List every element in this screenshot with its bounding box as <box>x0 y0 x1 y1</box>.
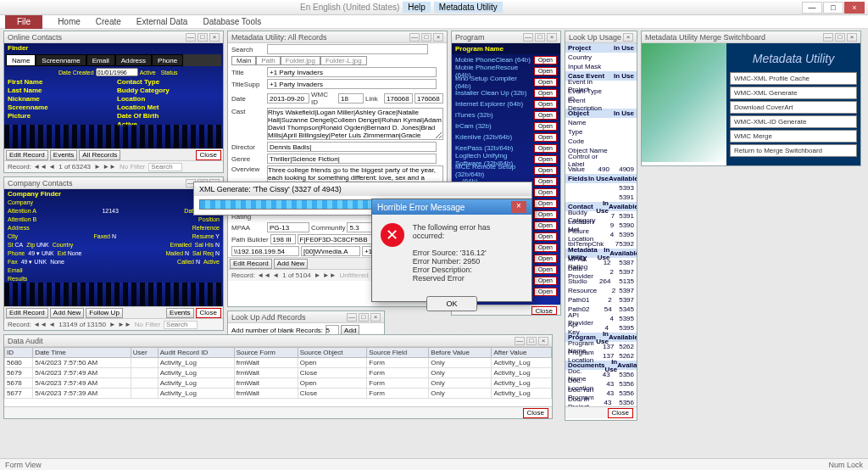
tab-email[interactable]: Email <box>86 54 115 66</box>
pane-max-icon[interactable]: □ <box>198 33 208 42</box>
search-input[interactable] <box>164 321 198 329</box>
open-button[interactable]: Open <box>534 210 557 219</box>
swb-btn-1[interactable]: WMC-XML Generate <box>730 87 857 99</box>
table-row[interactable]: 56795/4/2023 7:57:49 AMActivity_LogfrmWa… <box>5 368 552 378</box>
program-name: MCE Remote Setup (32b/64b) <box>455 163 534 178</box>
open-button[interactable]: Open <box>534 133 557 142</box>
tab-screenname[interactable]: Screenname <box>36 54 86 66</box>
open-button[interactable]: Open <box>534 78 557 87</box>
program-name: iTunes (32b) <box>455 111 493 119</box>
edit-record-button[interactable]: Edit Record <box>6 150 48 160</box>
open-button[interactable]: Open <box>534 111 557 120</box>
ribbon-tab-external[interactable]: External Data <box>136 17 188 26</box>
open-button[interactable]: Open <box>534 155 557 164</box>
title-app: Metadata Utility <box>434 2 503 13</box>
tab-phone[interactable]: Phone <box>152 54 183 66</box>
cast-input[interactable] <box>267 108 443 140</box>
table-row[interactable]: 56805/4/2023 7:57:50 AMActivity_LogfrmWa… <box>5 358 552 368</box>
follow-up-button[interactable]: Follow Up <box>86 308 123 318</box>
all-records-button[interactable]: All Records <box>79 150 120 160</box>
pane-close-icon[interactable]: × <box>209 33 220 42</box>
tab-folder[interactable]: Folder.jpg <box>281 56 320 65</box>
open-button[interactable]: Open <box>534 243 557 252</box>
open-button[interactable]: Open <box>534 67 557 76</box>
maximize-button[interactable]: □ <box>823 2 843 14</box>
pane-min-icon[interactable]: — <box>409 33 420 42</box>
open-button[interactable]: Open <box>534 166 557 175</box>
swb-btn-4[interactable]: WMC Merge <box>730 130 857 143</box>
pane-online-contacts: Online Contacts—□× Finder Name Screennam… <box>3 31 224 173</box>
search-input[interactable] <box>267 44 428 54</box>
company-finder-title: Company Finder <box>4 189 223 199</box>
title-help[interactable]: Help <box>403 2 431 13</box>
program-name: IrCam (32b) <box>455 122 492 130</box>
close-button[interactable]: Close <box>523 408 548 418</box>
open-button[interactable]: Open <box>534 56 557 64</box>
pane-switchboard: Metadata Utility Merge Switchboard—□× Me… <box>641 31 861 166</box>
ribbon-tab-create[interactable]: Create <box>96 17 121 26</box>
swb-btn-2[interactable]: Download CoverArt <box>730 101 857 114</box>
open-button[interactable]: Open <box>534 221 557 230</box>
date-created-input[interactable] <box>96 68 138 76</box>
edit-record-button[interactable]: Edit Record <box>6 308 48 318</box>
minimize-button[interactable]: — <box>802 2 822 14</box>
finder-title: Finder <box>4 43 223 53</box>
search-input[interactable] <box>148 163 182 171</box>
close-button[interactable]: Close <box>196 308 221 318</box>
ribbon-tab-file[interactable]: File <box>5 15 42 29</box>
tab-address[interactable]: Address <box>115 54 152 66</box>
open-button[interactable]: Open <box>534 122 557 131</box>
open-button[interactable]: Open <box>534 232 557 241</box>
swb-btn-0[interactable]: WMC-XML Profile Cache <box>730 72 857 85</box>
add-new-button[interactable]: Add New <box>274 259 308 269</box>
tab-path[interactable]: Path <box>256 56 280 65</box>
swb-btn-3[interactable]: WMC-XML-ID Generate <box>730 115 857 128</box>
table-row[interactable]: 56775/4/2023 7:57:39 AMActivity_LogfrmWa… <box>5 389 552 399</box>
status-bar: Form View Num Lock <box>0 458 868 470</box>
genre-input[interactable] <box>267 154 437 164</box>
tab-name[interactable]: Name <box>6 54 36 66</box>
open-button[interactable]: Open <box>534 89 557 98</box>
events-button[interactable]: Events <box>166 308 193 318</box>
open-button[interactable]: Open <box>534 199 557 208</box>
open-button[interactable]: Open <box>534 266 557 274</box>
open-button[interactable]: Open <box>534 144 557 153</box>
close-icon[interactable]: × <box>511 201 526 213</box>
add-new-button[interactable]: Add New <box>50 308 84 318</box>
pane-data-audit: Data Audit—□× IDDate TimeUserAudit Recor… <box>3 334 553 419</box>
director-input[interactable] <box>267 142 437 152</box>
pane-lookup-usage: Look Up Usage× ProjectIn UseCountryInput… <box>565 31 637 421</box>
ok-button[interactable]: OK <box>426 296 477 311</box>
titlesupp-input[interactable] <box>267 79 437 89</box>
open-button[interactable]: Open <box>534 188 557 197</box>
edit-record-button[interactable]: Edit Record <box>230 259 272 269</box>
close-button[interactable]: × <box>844 2 865 14</box>
tab-folderl[interactable]: Folder-L.jpg <box>320 56 367 65</box>
close-button[interactable]: Close <box>608 408 633 418</box>
open-button[interactable]: Open <box>534 177 557 186</box>
progress-title: XML Generate: 'The Cissy' (3327 of 4943) <box>194 182 531 196</box>
open-button[interactable]: Open <box>534 100 557 109</box>
tab-main[interactable]: Main <box>231 56 256 65</box>
program-name: Installer Clean Up (32b) <box>455 89 526 97</box>
pane-title: Online Contacts <box>8 33 62 42</box>
title-input[interactable] <box>267 67 437 77</box>
open-button[interactable]: Open <box>534 288 557 296</box>
swb-btn-5[interactable]: Return to Merge Switchboard <box>730 144 857 157</box>
switchboard-art <box>642 43 726 162</box>
date-input[interactable] <box>267 93 309 104</box>
pane-max-icon[interactable]: □ <box>421 33 431 42</box>
wmcid-input[interactable] <box>338 93 364 104</box>
events-button[interactable]: Events <box>50 150 77 160</box>
error-dialog: Horrible Error Message× ✕ The following … <box>371 199 532 302</box>
open-button[interactable]: Open <box>534 255 557 263</box>
open-button[interactable]: Open <box>534 277 557 285</box>
pane-close-icon[interactable]: × <box>433 33 443 42</box>
table-row[interactable]: 56785/4/2023 7:57:49 AMActivity_LogfrmWa… <box>5 378 552 389</box>
ribbon-tab-home[interactable]: Home <box>58 17 81 26</box>
ribbon-tab-dbtools[interactable]: Database Tools <box>203 17 261 26</box>
close-button[interactable]: Close <box>531 306 557 315</box>
close-button[interactable]: Close <box>196 150 221 160</box>
error-icon: ✕ <box>381 223 404 247</box>
pane-min-icon[interactable]: — <box>186 33 196 42</box>
